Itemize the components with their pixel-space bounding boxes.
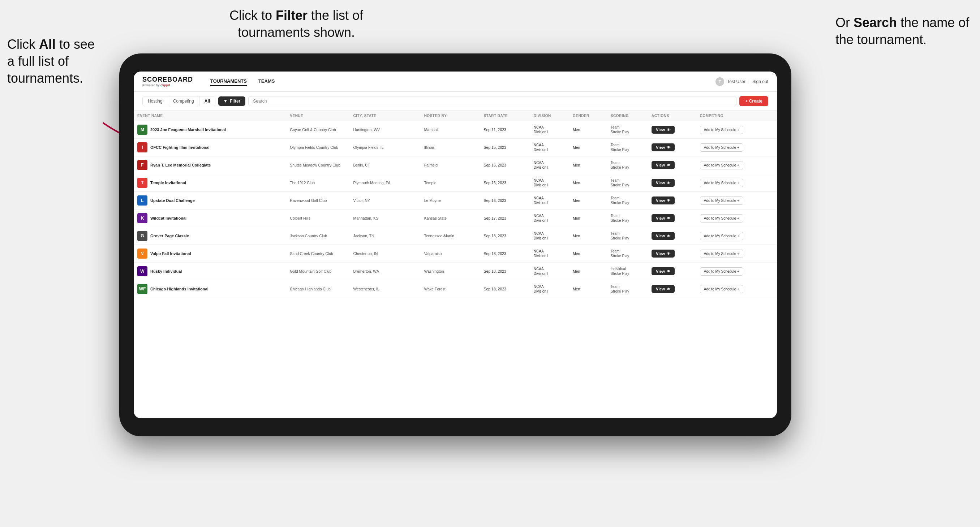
competing-5: Add to My Schedule + — [696, 192, 777, 210]
eye-icon: 👁 — [667, 181, 670, 185]
division-7: NCAADivision I — [530, 227, 569, 245]
event-name-cell-2: I OFCC Fighting Illini Invitational — [134, 139, 286, 156]
scoring-5: TeamStroke Play — [607, 192, 648, 210]
view-button-6[interactable]: View 👁 — [652, 214, 675, 222]
create-button[interactable]: + Create — [739, 96, 768, 106]
actions-5: View 👁 — [648, 192, 696, 210]
table-row: F Ryan T. Lee Memorial Collegiate Shuttl… — [134, 156, 777, 174]
sign-out-link[interactable]: Sign out — [752, 79, 768, 84]
date-10: Sep 18, 2023 — [480, 280, 530, 298]
city-9: Bremerton, WA — [350, 263, 421, 280]
table-row: K Wildcat Invitational Colbert Hills Man… — [134, 210, 777, 227]
actions-1: View 👁 — [648, 121, 696, 139]
team-logo-8: V — [137, 249, 148, 259]
team-logo-4: T — [137, 178, 148, 188]
logo-brand: clippd — [161, 83, 170, 87]
col-start-date: START DATE — [480, 111, 530, 121]
avatar: T — [716, 77, 724, 86]
tab-all[interactable]: All — [199, 97, 215, 106]
search-input[interactable] — [248, 96, 737, 106]
event-name-7: Grover Page Classic — [150, 233, 189, 238]
event-name-8: Valpo Fall Invitational — [150, 251, 191, 256]
view-button-8[interactable]: View 👁 — [652, 249, 675, 257]
table-container: EVENT NAME VENUE CITY, STATE HOSTED BY S… — [134, 111, 777, 418]
tab-competing[interactable]: Competing — [168, 97, 199, 106]
view-button-5[interactable]: View 👁 — [652, 197, 675, 205]
hosted-1: Marshall — [421, 121, 480, 139]
venue-6: Colbert Hills — [286, 210, 350, 227]
eye-icon: 👁 — [667, 234, 670, 238]
annotation-topleft: Click All to see a full list of tourname… — [7, 36, 101, 87]
add-schedule-button-7[interactable]: Add to My Schedule + — [700, 232, 743, 240]
city-3: Berlin, CT — [350, 156, 421, 174]
event-name-6: Wildcat Invitational — [150, 216, 186, 221]
logo-title: SCOREBOARD — [142, 76, 193, 83]
event-name-cell-8: V Valpo Fall Invitational — [134, 245, 286, 263]
tab-hosting[interactable]: Hosting — [143, 97, 168, 106]
city-7: Jackson, TN — [350, 227, 421, 245]
actions-7: View 👁 — [648, 227, 696, 245]
nav-tournaments[interactable]: TOURNAMENTS — [210, 77, 247, 86]
add-schedule-button-3[interactable]: Add to My Schedule + — [700, 161, 743, 170]
add-schedule-button-9[interactable]: Add to My Schedule + — [700, 267, 743, 276]
event-name-3: Ryan T. Lee Memorial Collegiate — [150, 162, 211, 168]
col-city-state: CITY, STATE — [350, 111, 421, 121]
venue-10: Chicago Highlands Club — [286, 280, 350, 298]
add-schedule-button-8[interactable]: Add to My Schedule + — [700, 249, 743, 258]
event-name-cell-3: F Ryan T. Lee Memorial Collegiate — [134, 156, 286, 174]
add-schedule-button-5[interactable]: Add to My Schedule + — [700, 197, 743, 205]
table-row: W Husky Individual Gold Mountain Golf Cl… — [134, 263, 777, 280]
view-button-10[interactable]: View 👁 — [652, 285, 675, 293]
venue-3: Shuttle Meadow Country Club — [286, 156, 350, 174]
filter-tab-group: Hosting Competing All — [142, 96, 215, 106]
eye-icon: 👁 — [667, 216, 670, 220]
user-info: T Test User | Sign out — [716, 77, 768, 86]
actions-8: View 👁 — [648, 245, 696, 263]
add-schedule-button-6[interactable]: Add to My Schedule + — [700, 214, 743, 222]
division-5: NCAADivision I — [530, 192, 569, 210]
view-button-7[interactable]: View 👁 — [652, 232, 675, 240]
scoring-10: TeamStroke Play — [607, 280, 648, 298]
view-button-1[interactable]: View 👁 — [652, 126, 675, 133]
date-8: Sep 18, 2023 — [480, 245, 530, 263]
annotation-topright: Or Search the name of the tournament. — [835, 14, 973, 48]
gender-8: Men — [569, 245, 607, 263]
add-schedule-button-1[interactable]: Add to My Schedule + — [700, 126, 743, 134]
scoring-7: TeamStroke Play — [607, 227, 648, 245]
event-name-cell-10: WF Chicago Highlands Invitational — [134, 280, 286, 298]
hosted-4: Temple — [421, 174, 480, 192]
add-schedule-button-4[interactable]: Add to My Schedule + — [700, 179, 743, 187]
annotation-topcenter: Click to Filter the list of tournaments … — [202, 7, 390, 41]
tablet-screen: SCOREBOARD Powered by clippd TOURNAMENTS… — [134, 71, 777, 418]
add-schedule-button-2[interactable]: Add to My Schedule + — [700, 143, 743, 152]
view-button-3[interactable]: View 👁 — [652, 161, 675, 169]
col-actions: ACTIONS — [648, 111, 696, 121]
scoring-9: IndividualStroke Play — [607, 263, 648, 280]
scoring-2: TeamStroke Play — [607, 139, 648, 156]
top-nav: SCOREBOARD Powered by clippd TOURNAMENTS… — [134, 71, 777, 92]
hosted-3: Fairfield — [421, 156, 480, 174]
col-venue: VENUE — [286, 111, 350, 121]
scoring-8: TeamStroke Play — [607, 245, 648, 263]
filter-button[interactable]: ▼ Filter — [218, 97, 245, 106]
view-button-9[interactable]: View 👁 — [652, 267, 675, 275]
division-3: NCAADivision I — [530, 156, 569, 174]
division-6: NCAADivision I — [530, 210, 569, 227]
gender-10: Men — [569, 280, 607, 298]
view-button-2[interactable]: View 👁 — [652, 143, 675, 151]
gender-5: Men — [569, 192, 607, 210]
gender-3: Men — [569, 156, 607, 174]
city-10: Westchester, IL — [350, 280, 421, 298]
eye-icon: 👁 — [667, 163, 670, 167]
city-6: Manhattan, KS — [350, 210, 421, 227]
venue-5: Ravenwood Golf Club — [286, 192, 350, 210]
city-1: Huntington, WV — [350, 121, 421, 139]
nav-teams[interactable]: TEAMS — [258, 77, 275, 86]
col-competing: COMPETING — [696, 111, 777, 121]
venue-9: Gold Mountain Golf Club — [286, 263, 350, 280]
add-schedule-button-10[interactable]: Add to My Schedule + — [700, 285, 743, 293]
event-name-cell-9: W Husky Individual — [134, 263, 286, 280]
view-button-4[interactable]: View 👁 — [652, 179, 675, 187]
tablet-frame: SCOREBOARD Powered by clippd TOURNAMENTS… — [119, 54, 791, 437]
event-name-cell-7: G Grover Page Classic — [134, 227, 286, 245]
